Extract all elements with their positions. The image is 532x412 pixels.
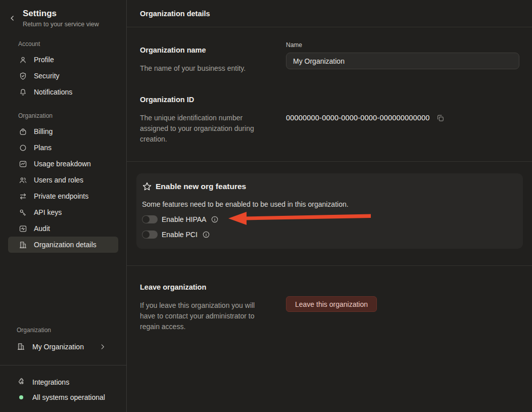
hipaa-toggle-label: Enable HIPAA (162, 215, 206, 223)
sidebar-item-users-and-roles[interactable]: Users and roles (8, 172, 118, 188)
purse-icon (18, 127, 27, 136)
back-button[interactable] (9, 13, 19, 23)
sidebar-item-label: Plans (34, 143, 52, 152)
section-divider (127, 161, 532, 162)
sidebar-item-organization-details[interactable]: Organization details (8, 237, 118, 253)
sidebar-item-billing[interactable]: Billing (8, 123, 118, 140)
pci-info-button[interactable] (202, 231, 210, 239)
main-panel: Organization details Organization name T… (127, 0, 532, 412)
sidebar-item-label: Organization details (34, 240, 96, 249)
users-icon (18, 175, 27, 185)
page-title: Organization details (140, 10, 210, 18)
leave-organization-section: Leave organization If you leave this org… (127, 266, 532, 332)
settings-app: Settings Return to your service view Acc… (0, 0, 532, 412)
toggle-knob (142, 231, 150, 238)
enable-hipaa-toggle[interactable] (142, 215, 158, 223)
sidebar-item-notifications[interactable]: Notifications (8, 84, 118, 100)
sidebar-item-audit[interactable]: Audit (8, 220, 118, 237)
user-icon (18, 55, 27, 64)
org-switcher[interactable]: My Organization (8, 340, 118, 354)
status-dot-icon (19, 395, 23, 399)
main-content: Organization name The name of your busin… (127, 27, 532, 412)
integrations-link[interactable]: Integrations (8, 375, 118, 390)
info-icon (202, 231, 210, 239)
org-features-card: Enable new org features Some features ne… (136, 173, 523, 249)
sidebar-header: Settings Return to your service view (0, 0, 126, 28)
sidebar-item-label: Profile (34, 55, 54, 64)
copy-button[interactable] (436, 113, 445, 122)
bell-icon (18, 87, 27, 97)
sidebar-item-api-keys[interactable]: API keys (8, 204, 118, 220)
pulse-icon (18, 224, 27, 233)
pci-toggle-label: Enable PCI (162, 231, 198, 239)
organization-id-section: Organization ID The unique identificatio… (127, 74, 532, 145)
settings-sidebar: Settings Return to your service view Acc… (0, 0, 127, 412)
sidebar-item-label: Private endpoints (34, 192, 88, 201)
sidebar-item-security[interactable]: Security (8, 68, 118, 84)
sidebar-bottom: Organization My Organization Integration… (0, 327, 126, 412)
chart-icon (18, 159, 27, 168)
hipaa-info-button[interactable] (211, 215, 219, 223)
toggle-knob (142, 216, 150, 223)
pci-toggle-row: Enable PCI (142, 231, 515, 239)
sidebar-item-label: Usage breakdown (34, 159, 91, 168)
sidebar-item-label: Notifications (34, 87, 72, 97)
sidebar-footer: Integrations All systems operational (0, 365, 126, 412)
sidebar-item-plans[interactable]: Plans (8, 140, 118, 156)
organization-id-description: The unique identification number assigne… (140, 113, 266, 145)
features-card-heading: Enable new org features (156, 182, 246, 191)
sidebar-title: Settings (23, 8, 118, 19)
features-card-description: Some features need to be enabled to be u… (142, 200, 515, 208)
org-switcher-value: My Organization (32, 342, 84, 351)
organization-name-input[interactable] (286, 53, 519, 69)
account-section-label: Account (0, 40, 126, 48)
org-switcher-label: Organization (0, 327, 126, 334)
key-icon (18, 208, 27, 217)
star-icon (142, 181, 152, 192)
organization-name-heading: Organization name (140, 45, 276, 55)
circle-icon (18, 143, 27, 152)
sidebar-item-profile[interactable]: Profile (8, 52, 118, 68)
organization-nav: Billing Plans Usage breakdown Users and … (0, 123, 126, 253)
leave-organization-heading: Leave organization (140, 283, 276, 292)
name-field-label: Name (286, 41, 519, 49)
system-status[interactable]: All systems operational (8, 390, 118, 405)
building-icon (17, 342, 26, 351)
sidebar-item-usage-breakdown[interactable]: Usage breakdown (8, 156, 118, 172)
organization-name-description: The name of your business entity. (140, 63, 266, 74)
organization-id-value: 00000000-0000-0000-0000-000000000000 (286, 114, 430, 122)
swap-arrows-icon (18, 192, 27, 201)
sidebar-item-label: Security (34, 71, 60, 80)
building-icon (18, 240, 27, 249)
integrations-label: Integrations (32, 378, 69, 387)
main-header: Organization details (127, 0, 532, 27)
shield-icon (18, 71, 27, 80)
sidebar-item-private-endpoints[interactable]: Private endpoints (8, 188, 118, 204)
sidebar-subtitle: Return to your service view (23, 20, 118, 28)
chevron-right-icon (99, 343, 106, 350)
sidebar-item-label: Users and roles (34, 175, 83, 185)
info-icon (211, 215, 219, 223)
chevron-left-icon (9, 15, 19, 22)
status-label: All systems operational (32, 393, 105, 402)
puzzle-icon (17, 378, 26, 387)
leave-organization-button[interactable]: Leave this organization (286, 296, 377, 312)
organization-name-section: Organization name The name of your busin… (127, 27, 532, 74)
sidebar-item-label: Audit (34, 224, 50, 233)
sidebar-item-label: API keys (34, 208, 62, 217)
account-nav: Profile Security Notifications (0, 52, 126, 100)
enable-pci-toggle[interactable] (142, 231, 158, 239)
copy-icon (436, 114, 445, 122)
sidebar-item-label: Billing (34, 127, 53, 136)
leave-organization-description: If you leave this organization you will … (140, 300, 266, 332)
organization-section-label: Organization (0, 112, 126, 119)
hipaa-toggle-row: Enable HIPAA (142, 215, 515, 223)
organization-id-heading: Organization ID (140, 95, 276, 105)
